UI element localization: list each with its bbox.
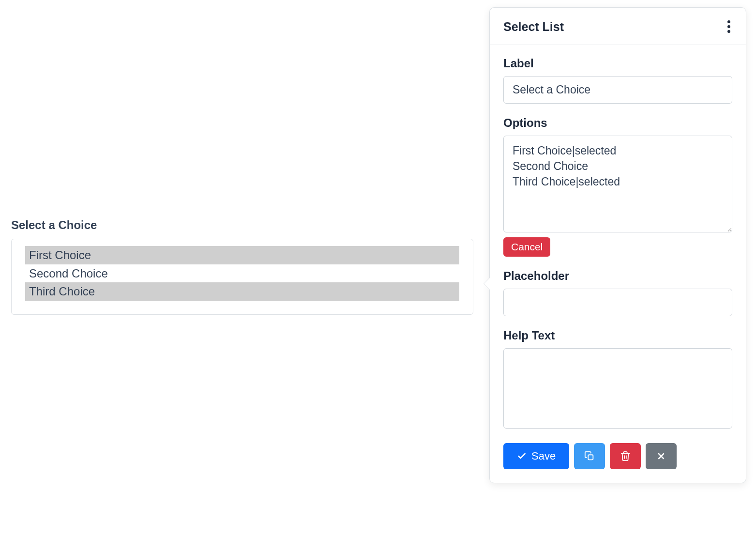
save-button-label: Save [531,450,556,462]
close-button[interactable] [646,443,677,469]
helptext-field-label: Help Text [503,329,732,342]
more-options-icon[interactable] [726,18,732,35]
options-field-label: Options [503,116,732,130]
list-item[interactable]: Second Choice [25,264,459,283]
save-button[interactable]: Save [503,443,569,469]
placeholder-input[interactable] [503,289,732,316]
label-field-group: Label [503,57,732,104]
options-textarea[interactable] [503,136,732,232]
select-list-preview[interactable]: First Choice Second Choice Third Choice [11,239,473,315]
copy-icon [584,451,595,462]
placeholder-field-label: Placeholder [503,269,732,283]
list-item[interactable]: Third Choice [25,282,459,301]
label-input[interactable] [503,76,732,104]
trash-icon [620,451,631,462]
config-panel: Select List Label Options Cancel Placeho… [489,7,746,483]
cancel-button[interactable]: Cancel [503,237,550,257]
delete-button[interactable] [610,443,641,469]
config-title: Select List [503,20,564,34]
check-icon [517,451,527,461]
copy-button[interactable] [574,443,605,469]
config-body: Label Options Cancel Placeholder Help Te… [490,45,746,483]
label-field-label: Label [503,57,732,70]
list-item[interactable]: First Choice [25,246,459,264]
placeholder-field-group: Placeholder [503,269,732,316]
options-field-group: Options Cancel [503,116,732,257]
helptext-field-group: Help Text [503,329,732,431]
svg-rect-0 [588,455,593,460]
preview-panel: Select a Choice First Choice Second Choi… [11,218,473,315]
action-bar: Save [503,443,732,469]
close-icon [656,451,666,461]
config-header: Select List [490,8,746,45]
helptext-textarea[interactable] [503,348,732,429]
preview-field-label: Select a Choice [11,218,473,232]
